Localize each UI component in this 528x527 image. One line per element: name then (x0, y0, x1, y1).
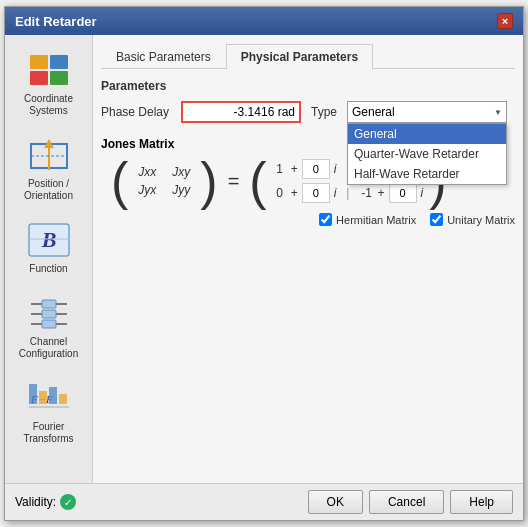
svg-rect-21 (29, 384, 37, 404)
validity-label: Validity: (15, 495, 56, 509)
sidebar: CoordinateSystems Position /Orientation (5, 35, 93, 483)
jones-cell-jxy: Jxy (168, 165, 194, 179)
right-bracket-open: ( (249, 159, 266, 203)
sidebar-label-channel-configuration: ChannelConfiguration (19, 336, 78, 360)
channel-configuration-icon (25, 293, 73, 333)
svg-rect-24 (59, 394, 67, 404)
function-icon: B (25, 220, 73, 260)
parameters-section-label: Parameters (101, 79, 515, 93)
dropdown-item-half-wave[interactable]: Half-Wave Retarder (348, 164, 506, 184)
bottom-bar: Validity: ✓ OK Cancel Help (5, 483, 523, 520)
hermitian-matrix-checkbox[interactable] (319, 213, 332, 226)
checkbox-row: Hermitian Matrix Unitary Matrix (101, 213, 515, 226)
jones-r2-val1: 0 (273, 186, 287, 200)
jones-cell-jyy: Jyy (168, 183, 194, 197)
jones-r2-i1: i (334, 186, 337, 200)
title-bar: Edit Retarder × (5, 7, 523, 35)
parameters-section: Parameters Phase Delay Type General ▼ Ge… (101, 79, 515, 137)
dropdown-item-quarter-wave[interactable]: Quarter-Wave Retarder (348, 144, 506, 164)
equals-sign: = (224, 170, 244, 193)
sidebar-label-position-orientation: Position /Orientation (24, 178, 73, 202)
jones-r2-plus2: + (377, 186, 384, 200)
sidebar-label-function: Function (29, 263, 67, 275)
jones-r2-i2: i (421, 186, 424, 200)
svg-rect-0 (30, 55, 48, 69)
type-selected-value: General (352, 105, 395, 119)
svg-rect-23 (49, 387, 57, 404)
phase-delay-input[interactable] (181, 101, 301, 123)
hermitian-matrix-checkbox-container: Hermitian Matrix (319, 213, 416, 226)
sidebar-label-coordinate-systems: CoordinateSystems (24, 93, 73, 117)
dropdown-item-general[interactable]: General (348, 124, 506, 144)
type-label: Type (311, 105, 337, 119)
jones-row-2: 0 + i | -1 + i (273, 183, 424, 203)
main-content: Basic Parameters Physical Parameters Par… (93, 35, 523, 483)
parameters-row: Phase Delay Type General ▼ General Quart… (101, 101, 515, 123)
svg-rect-14 (42, 310, 56, 318)
jones-cell-jxx: Jxx (134, 165, 160, 179)
type-select-container: General ▼ General Quarter-Wave Retarder … (347, 101, 507, 123)
hermitian-matrix-label: Hermitian Matrix (336, 214, 416, 226)
cancel-button[interactable]: Cancel (369, 490, 444, 514)
unitary-matrix-label: Unitary Matrix (447, 214, 515, 226)
sidebar-label-fourier-transforms: FourierTransforms (23, 421, 73, 445)
svg-rect-2 (30, 71, 48, 85)
left-bracket-open: ( (111, 159, 128, 203)
sidebar-item-function[interactable]: B Function (10, 213, 88, 282)
jones-matrix-symbols: Jxx Jxy Jyx Jyy (134, 165, 194, 197)
ok-button[interactable]: OK (308, 490, 363, 514)
type-select-box[interactable]: General ▼ (347, 101, 507, 123)
svg-rect-12 (42, 300, 56, 308)
close-button[interactable]: × (497, 13, 513, 29)
left-bracket-close: ) (200, 159, 217, 203)
jones-r2-imag2[interactable] (389, 183, 417, 203)
jones-r1-plus1: + (291, 162, 298, 176)
type-dropdown: General Quarter-Wave Retarder Half-Wave … (347, 123, 507, 185)
chevron-down-icon: ▼ (494, 108, 502, 117)
tab-bar: Basic Parameters Physical Parameters (101, 43, 515, 69)
jones-cell-jyx: Jyx (134, 183, 160, 197)
phase-delay-label: Phase Delay (101, 105, 171, 119)
validity-checkmark-icon: ✓ (60, 494, 76, 510)
position-orientation-icon (25, 135, 73, 175)
help-button[interactable]: Help (450, 490, 513, 514)
svg-rect-16 (42, 320, 56, 328)
svg-rect-22 (39, 391, 47, 404)
svg-rect-1 (50, 55, 68, 69)
jones-r1-i1: i (334, 162, 337, 176)
coordinate-systems-icon (25, 50, 73, 90)
unitary-matrix-checkbox-container: Unitary Matrix (430, 213, 515, 226)
jones-r1-imag1[interactable] (302, 159, 330, 179)
sidebar-item-channel-configuration[interactable]: ChannelConfiguration (10, 286, 88, 367)
dialog-title: Edit Retarder (15, 14, 97, 29)
jones-r2-plus1: + (291, 186, 298, 200)
jones-r2-imag1[interactable] (302, 183, 330, 203)
jones-r2-sep: | (346, 186, 349, 200)
jones-r2-val2: -1 (359, 186, 373, 200)
tab-basic-parameters[interactable]: Basic Parameters (101, 44, 226, 69)
validity-section: Validity: ✓ (15, 494, 76, 510)
sidebar-item-position-orientation[interactable]: Position /Orientation (10, 128, 88, 209)
sidebar-item-coordinate-systems[interactable]: CoordinateSystems (10, 43, 88, 124)
svg-rect-3 (50, 71, 68, 85)
button-group: OK Cancel Help (308, 490, 513, 514)
fourier-transforms-icon: F − F (25, 378, 73, 418)
sidebar-item-fourier-transforms[interactable]: F − F FourierTransforms (10, 371, 88, 452)
unitary-matrix-checkbox[interactable] (430, 213, 443, 226)
tab-physical-parameters[interactable]: Physical Parameters (226, 44, 373, 69)
edit-retarder-dialog: Edit Retarder × CoordinateSystems (4, 6, 524, 521)
dialog-body: CoordinateSystems Position /Orientation (5, 35, 523, 483)
jones-r1-val1: 1 (273, 162, 287, 176)
